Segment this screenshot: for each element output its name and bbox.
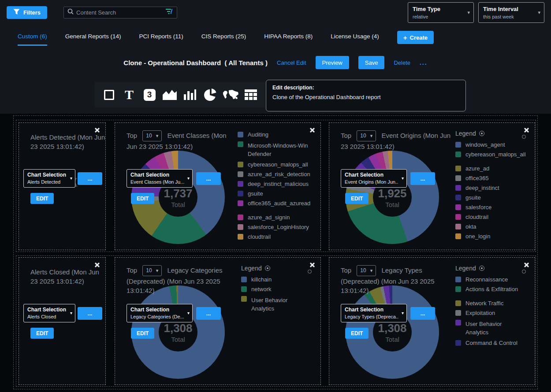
more-options-button[interactable]: ... <box>420 59 428 66</box>
delete-link[interactable]: Delete <box>394 59 410 66</box>
top-count-select[interactable]: 10 ▾ <box>357 265 376 276</box>
container-widget-icon[interactable] <box>99 84 119 105</box>
widget-radio-icon[interactable] <box>522 270 526 274</box>
chart-selection-dropdown[interactable]: Chart Selection Legacy Types (Depreca...… <box>341 304 407 322</box>
widget-legacy-types[interactable]: Top 10 ▾ Legacy Types (Deprecated) (Mon … <box>329 257 535 385</box>
tab-general-reports[interactable]: General Reports (14) <box>65 33 121 44</box>
edit-button[interactable]: EDIT <box>131 193 154 204</box>
filters-button-label: Filters <box>23 9 41 16</box>
widget-more-button[interactable]: ... <box>410 307 435 320</box>
time-type-label: Time Type <box>413 6 469 12</box>
legend-info-icon[interactable] <box>479 266 484 271</box>
advanced-filter-icon[interactable] <box>165 8 173 16</box>
close-icon[interactable] <box>524 262 529 268</box>
search-input[interactable] <box>76 9 163 16</box>
map-widget-icon[interactable] <box>221 84 240 105</box>
widget-more-button[interactable]: ... <box>196 307 221 320</box>
report-tabs: Custom (6) General Reports (14) PCI Repo… <box>0 25 551 48</box>
description-value: Clone of the Operational Dashboard repor… <box>272 94 459 100</box>
close-icon[interactable] <box>94 127 100 133</box>
chevron-down-icon: ▾ <box>467 10 470 15</box>
legend-item: Command & Control <box>455 340 534 346</box>
legend-item: okta <box>455 224 534 230</box>
edit-button[interactable]: EDIT <box>30 328 54 339</box>
chevron-down-icon: ▾ <box>402 311 404 315</box>
preview-button[interactable]: Preview <box>316 56 349 69</box>
legend-swatch <box>241 286 247 292</box>
edit-button[interactable]: EDIT <box>30 193 54 204</box>
legend-info-icon[interactable] <box>479 131 484 136</box>
time-interval-select[interactable]: Time Interval this past week ▾ <box>478 2 544 23</box>
tab-cis-reports[interactable]: CIS Reports (25) <box>201 33 246 44</box>
widget-title: Top 10 ▾ Legacy Categories (Deprecated) … <box>127 266 238 295</box>
top-label: Top <box>341 266 351 274</box>
legend-item: deep_instinct_malicious <box>238 181 320 187</box>
widget-title: Top 10 ▾ Event Origins (Mon Jun 23 2025 … <box>341 131 453 151</box>
tab-custom[interactable]: Custom (6) <box>18 33 47 46</box>
page-title: Clone - Operational Dashboard ( All Tena… <box>123 59 268 67</box>
bar-chart-widget-icon[interactable] <box>180 84 200 105</box>
close-icon[interactable] <box>94 262 100 268</box>
widget-alerts-detected[interactable]: Alerts Detected (Mon Jun 23 2025 13:01:4… <box>19 122 106 250</box>
legend-item: azure_ad_signin <box>238 214 320 221</box>
widget-legacy-categories[interactable]: Top 10 ▾ Legacy Categories (Deprecated) … <box>115 257 321 385</box>
chevron-down-icon: ▾ <box>370 133 373 138</box>
time-interval-label: Time Interval <box>483 6 540 12</box>
cancel-edit-link[interactable]: Cancel Edit <box>277 59 306 66</box>
filters-button[interactable]: Filters <box>7 6 47 19</box>
chart-selection-dropdown[interactable]: Chart Selection Legacy Categories (De...… <box>127 304 193 322</box>
edit-button[interactable]: EDIT <box>345 328 369 339</box>
legend-swatch <box>238 141 243 147</box>
legend-swatch <box>455 166 461 171</box>
legend-item: Reconnaissance <box>455 277 534 283</box>
widget-alerts-closed[interactable]: Alerts Closed (Mon Jun 23 2025 13:01:42)… <box>19 257 106 385</box>
top-count-select[interactable]: 10 ▾ <box>142 265 162 276</box>
donut-total-label: Total <box>385 336 399 343</box>
table-widget-icon[interactable] <box>241 84 261 105</box>
widget-more-button[interactable]: ... <box>78 307 102 320</box>
chart-selection-label: Chart Selection <box>345 172 403 178</box>
donut-total: 1,737 <box>164 187 192 200</box>
donut-total: 1,308 <box>164 322 192 335</box>
tab-pci-reports[interactable]: PCI Reports (11) <box>139 33 183 44</box>
legend-swatch <box>455 175 461 181</box>
tab-hipaa-reports[interactable]: HIPAA Reports (8) <box>264 33 313 44</box>
top-count-select[interactable]: 10 ▾ <box>357 130 376 141</box>
close-icon[interactable] <box>524 127 529 133</box>
save-button[interactable]: Save <box>358 56 385 69</box>
widget-title-text: Legacy Categories (Deprecated) (Mon Jun … <box>127 266 223 294</box>
tab-license-usage[interactable]: License Usage (4) <box>331 33 379 44</box>
widget-more-button[interactable]: ... <box>410 172 435 185</box>
legend-swatch <box>241 277 247 282</box>
legend-item: gsuite <box>455 195 534 201</box>
area-chart-widget-icon[interactable] <box>160 84 179 105</box>
legend-swatch <box>455 224 461 229</box>
chart-selection-dropdown[interactable]: Chart Selection Event Origins (Mon Jun..… <box>341 169 407 188</box>
chart-selection-dropdown[interactable]: Chart Selection Alerts Detected ▾ <box>23 169 75 188</box>
create-button[interactable]: + Create <box>397 31 434 44</box>
chevron-down-icon: ▾ <box>70 311 72 315</box>
number-widget-icon[interactable]: 3 <box>140 84 159 105</box>
text-widget-icon[interactable]: T <box>119 84 139 105</box>
edit-button[interactable]: EDIT <box>345 193 369 204</box>
close-icon[interactable] <box>309 127 315 133</box>
widget-event-origins[interactable]: Top 10 ▾ Event Origins (Mon Jun 23 2025 … <box>329 122 535 250</box>
legend-item: killchain <box>241 277 320 283</box>
description-editor[interactable]: Edit description: Clone of the Operation… <box>266 80 466 111</box>
legend-info-icon[interactable] <box>265 266 270 271</box>
chart-selection-dropdown[interactable]: Chart Selection Alerts Closed ▾ <box>23 304 75 322</box>
widget-more-button[interactable]: ... <box>196 172 221 185</box>
widget-more-button[interactable]: ... <box>78 172 102 185</box>
widget-radio-icon[interactable] <box>522 135 526 139</box>
time-type-select[interactable]: Time Type relative ▾ <box>408 2 474 23</box>
chart-selection-dropdown[interactable]: Chart Selection Event Classes (Mon Ju...… <box>127 169 193 188</box>
widget-radio-icon[interactable] <box>308 270 312 274</box>
pie-chart-widget-icon[interactable] <box>201 84 220 105</box>
close-icon[interactable] <box>309 262 315 268</box>
edit-button[interactable]: EDIT <box>131 328 154 339</box>
widget-event-classes[interactable]: Top 10 ▾ Event Classes (Mon Jun 23 2025 … <box>115 122 321 250</box>
content-search-box[interactable] <box>63 7 177 18</box>
legend-swatch <box>238 132 243 137</box>
create-button-label: Create <box>410 34 428 41</box>
top-count-select[interactable]: 10 ▾ <box>142 130 162 141</box>
